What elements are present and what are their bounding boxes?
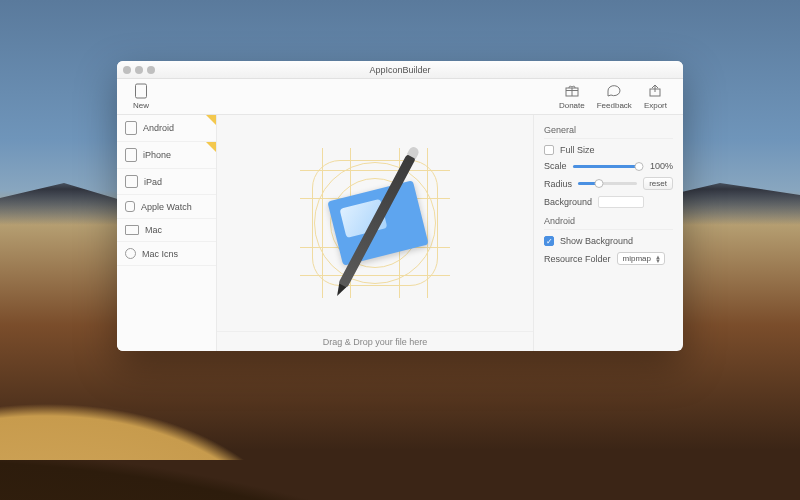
feedback-icon	[606, 83, 622, 99]
radius-slider[interactable]	[578, 182, 637, 185]
showbg-label: Show Background	[560, 236, 633, 246]
sidebar-item-macicns[interactable]: Mac Icns	[117, 242, 216, 266]
sidebar-item-label: Mac	[145, 225, 162, 235]
sidebar-item-label: Android	[143, 123, 174, 133]
svg-rect-0	[136, 84, 147, 98]
titlebar[interactable]: AppIconBuilder	[117, 61, 683, 79]
sidebar-item-mac[interactable]: Mac	[117, 219, 216, 242]
close-icon[interactable]	[123, 66, 131, 74]
scale-row: Scale 100%	[544, 161, 673, 171]
toolbar-label: Export	[644, 101, 667, 110]
fullsize-checkbox[interactable]	[544, 145, 554, 155]
radius-label: Radius	[544, 179, 572, 189]
android-icon	[125, 121, 137, 135]
section-general: General	[544, 125, 673, 139]
export-button[interactable]: Export	[638, 83, 673, 110]
radius-reset-button[interactable]: reset	[643, 177, 673, 190]
traffic-lights	[123, 66, 155, 74]
gift-icon	[564, 83, 580, 99]
minimize-icon[interactable]	[135, 66, 143, 74]
ipad-icon	[125, 175, 138, 188]
preview-canvas[interactable]	[217, 115, 533, 331]
icns-icon	[125, 248, 136, 259]
zoom-icon[interactable]	[147, 66, 155, 74]
sidebar-item-ipad[interactable]: iPad	[117, 169, 216, 195]
toolbar-label: Donate	[559, 101, 585, 110]
export-icon	[647, 83, 663, 99]
new-button[interactable]: New	[127, 83, 155, 110]
donate-button[interactable]: Donate	[553, 83, 591, 110]
sidebar-item-iphone[interactable]: iPhone	[117, 142, 216, 169]
sidebar-item-label: Apple Watch	[141, 202, 192, 212]
window-title: AppIconBuilder	[369, 65, 430, 75]
icon-preview	[300, 148, 450, 298]
fullsize-row[interactable]: Full Size	[544, 145, 673, 155]
mac-icon	[125, 225, 139, 235]
scale-slider[interactable]	[573, 165, 639, 168]
resfolder-label: Resource Folder	[544, 254, 611, 264]
sidebar-item-applewatch[interactable]: Apple Watch	[117, 195, 216, 219]
drop-hint[interactable]: Drag & Drop your file here	[217, 331, 533, 351]
watch-icon	[125, 201, 135, 212]
section-android: Android	[544, 216, 673, 230]
showbg-row[interactable]: ✓ Show Background	[544, 236, 673, 246]
toolbar-label: Feedback	[597, 101, 632, 110]
fullsize-label: Full Size	[560, 145, 595, 155]
document-icon	[133, 83, 149, 99]
drop-hint-label: Drag & Drop your file here	[323, 337, 428, 347]
flag-icon	[206, 115, 216, 125]
resfolder-select[interactable]: mipmap ▲▼	[617, 252, 665, 265]
inspector: General Full Size Scale 100% Radius rese…	[533, 115, 683, 351]
showbg-checkbox[interactable]: ✓	[544, 236, 554, 246]
resfolder-row: Resource Folder mipmap ▲▼	[544, 252, 673, 265]
sidebar-item-label: Mac Icns	[142, 249, 178, 259]
toolbar-label: New	[133, 101, 149, 110]
radius-row: Radius reset	[544, 177, 673, 190]
scale-value: 100%	[645, 161, 673, 171]
flag-icon	[206, 142, 216, 152]
sidebar: Android iPhone iPad Apple Watch Mac	[117, 115, 217, 351]
sidebar-item-label: iPhone	[143, 150, 171, 160]
sidebar-item-android[interactable]: Android	[117, 115, 216, 142]
toolbar: New Donate Feedback Export	[117, 79, 683, 115]
app-window: AppIconBuilder New Donate Feedback Ex	[117, 61, 683, 351]
iphone-icon	[125, 148, 137, 162]
background-row: Background	[544, 196, 673, 208]
sidebar-item-label: iPad	[144, 177, 162, 187]
chevron-updown-icon: ▲▼	[655, 255, 661, 263]
scale-label: Scale	[544, 161, 567, 171]
resfolder-value: mipmap	[623, 254, 651, 263]
background-swatch[interactable]	[598, 196, 644, 208]
background-label: Background	[544, 197, 592, 207]
canvas-area: Drag & Drop your file here	[217, 115, 533, 351]
feedback-button[interactable]: Feedback	[591, 83, 638, 110]
